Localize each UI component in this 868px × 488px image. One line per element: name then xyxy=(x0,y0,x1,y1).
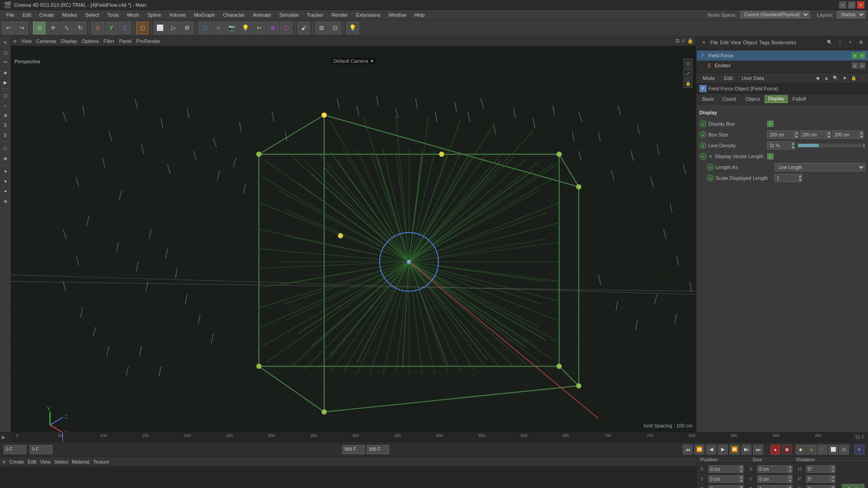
undo-button[interactable]: ↩ xyxy=(2,22,14,34)
attr-tab-object[interactable]: Object xyxy=(742,95,764,103)
bp-tab-view[interactable]: View xyxy=(40,459,51,465)
bpr-x-pos-down[interactable]: ▼ xyxy=(739,469,744,473)
rp-view[interactable]: View xyxy=(731,40,741,45)
bpr-h-rot[interactable] xyxy=(806,465,831,473)
lt-spline[interactable]: 〜 xyxy=(1,58,10,67)
vt-options[interactable]: Options xyxy=(82,38,99,44)
prop-box-z-down[interactable]: ▼ xyxy=(859,135,864,139)
field-button[interactable]: ⬡ xyxy=(280,22,292,34)
vt-display[interactable]: Display xyxy=(61,38,77,44)
lt-s2[interactable]: S xyxy=(1,131,10,140)
render-settings-button[interactable]: ⚙ xyxy=(181,22,193,34)
menu-create[interactable]: Create xyxy=(36,11,58,19)
bpr-h-down[interactable]: ▼ xyxy=(831,469,835,473)
bpr-p-up[interactable]: ▲ xyxy=(831,475,835,479)
camera-button[interactable]: 📷 xyxy=(226,22,238,34)
prop-line-density-down[interactable]: ▼ xyxy=(791,145,795,150)
obj-vis-bot-1[interactable]: ● xyxy=(859,52,865,59)
redo-button[interactable]: ↪ xyxy=(15,22,28,34)
lt-null[interactable]: ⊕ xyxy=(1,111,10,120)
attr-tab-falloff[interactable]: Falloff xyxy=(789,95,810,103)
bpr-y-pos-down[interactable]: ▼ xyxy=(739,479,744,483)
bpr-p-down[interactable]: ▼ xyxy=(831,479,835,483)
menu-character[interactable]: Character xyxy=(219,11,248,19)
menu-help[interactable]: Help xyxy=(410,11,428,19)
rotate-button[interactable]: ↻ xyxy=(74,22,86,34)
bp-tab-hamburger[interactable]: ≡ xyxy=(3,459,5,465)
rp-bookmarks[interactable]: Bookmarks xyxy=(771,40,796,45)
rp-edit[interactable]: Edit xyxy=(720,40,729,45)
transport-end-frame[interactable] xyxy=(342,445,365,454)
bpr-y-size-up[interactable]: ▲ xyxy=(788,475,793,479)
vt-filter[interactable]: Filter xyxy=(104,38,114,44)
lt-axis[interactable]: S xyxy=(1,121,10,130)
timeline-ruler[interactable]: 0 50 100 150 200 250 300 350 400 450 500… xyxy=(12,432,853,442)
lt-cube[interactable]: ◻ xyxy=(1,91,10,100)
prop-scale-down[interactable]: ▼ xyxy=(798,178,802,182)
vt-layout-icon[interactable]: ⊡ xyxy=(675,38,679,44)
bpr-z-pos-up[interactable]: ▲ xyxy=(739,485,744,488)
obj-vis-top-1[interactable]: ● xyxy=(852,52,858,59)
bpr-x-size-up[interactable]: ▲ xyxy=(788,465,793,469)
mode-tab-mode[interactable]: Mode xyxy=(698,74,719,82)
ti-last[interactable]: ≡ xyxy=(854,445,864,455)
lt-sphere[interactable]: ○ xyxy=(1,101,10,110)
lt-fx2[interactable]: ✦ xyxy=(1,177,10,186)
menu-edit[interactable]: Edit xyxy=(19,11,35,19)
attr-tab-basic[interactable]: Basic xyxy=(698,95,718,103)
prop-box-x-input[interactable] xyxy=(767,131,794,139)
menu-file[interactable]: File xyxy=(3,11,18,19)
menu-mograph[interactable]: MoGraph xyxy=(190,11,218,19)
move-button[interactable]: ✛ xyxy=(47,22,59,34)
prop-box-y-up[interactable]: ▲ xyxy=(827,131,831,135)
obj-field-force[interactable]: F Field Force ● ● xyxy=(697,51,868,61)
bpr-x-pos-up[interactable]: ▲ xyxy=(739,465,744,469)
menu-window[interactable]: Window xyxy=(385,11,410,19)
grid-button[interactable]: ⊞ xyxy=(315,22,328,34)
bpr-y-size-down[interactable]: ▼ xyxy=(788,479,793,483)
light-button[interactable]: 💡 xyxy=(239,22,252,34)
transport-step-back[interactable]: ⏪ xyxy=(694,445,704,455)
rp-object-menu[interactable]: Object xyxy=(743,40,757,45)
bpr-z-pos[interactable] xyxy=(708,485,739,488)
menu-simulate[interactable]: Simulate xyxy=(276,11,302,19)
lt-sym[interactable]: ⊛ xyxy=(1,197,10,206)
rp-settings[interactable]: ⚙ xyxy=(856,38,865,47)
mode-nav-back[interactable]: ◀ xyxy=(814,75,821,82)
transport-auto-keyframe[interactable]: ◉ xyxy=(782,445,792,455)
transport-goto-end[interactable]: ⏭ xyxy=(753,445,763,455)
attr-tab-display[interactable]: Display xyxy=(764,95,788,103)
prop-line-density-input[interactable] xyxy=(767,141,790,150)
obj-vis-bot-2[interactable]: ● xyxy=(859,62,865,69)
bpr-y-pos[interactable] xyxy=(708,475,739,483)
transport-play-reverse[interactable]: ⏩ xyxy=(730,445,740,455)
prop-display-box-checkbox[interactable] xyxy=(767,121,774,127)
lt-field[interactable]: ⬡ xyxy=(1,144,10,153)
menu-modes[interactable]: Modes xyxy=(59,11,81,19)
lt-sculpt[interactable]: ◈ xyxy=(1,68,10,77)
menu-animate[interactable]: Animate xyxy=(249,11,274,19)
menu-tools[interactable]: Tools xyxy=(104,11,123,19)
menu-tracker[interactable]: Tracker xyxy=(303,11,327,19)
mode-nav-star[interactable]: ★ xyxy=(841,75,848,82)
viewport-3d-canvas[interactable]: Z X Y xyxy=(11,46,696,432)
menu-spline[interactable]: Spline xyxy=(144,11,165,19)
ti-settings[interactable]: ⊡ xyxy=(839,445,849,455)
bpr-x-pos[interactable] xyxy=(708,465,739,473)
bp-tab-edit[interactable]: Edit xyxy=(28,459,36,465)
rp-hamburger[interactable]: ≡ xyxy=(699,38,708,47)
prop-box-x-up[interactable]: ▲ xyxy=(794,131,799,135)
minimize-button[interactable]: ─ xyxy=(839,1,846,9)
bpr-z-size[interactable] xyxy=(757,485,788,488)
vt-view[interactable]: View xyxy=(21,38,32,44)
scale-button[interactable]: ⤡ xyxy=(60,22,73,34)
prop-display-vector-checkbox[interactable] xyxy=(767,153,774,160)
bpr-b-up[interactable]: ▲ xyxy=(831,485,835,488)
transport-next-frame[interactable]: ▶| xyxy=(741,445,751,455)
bpr-y-size[interactable] xyxy=(757,475,788,483)
mode-nav-search[interactable]: 🔍 xyxy=(832,75,839,82)
vt-lock[interactable]: 🔒 xyxy=(687,38,693,44)
ti-motion[interactable]: ◈ xyxy=(807,445,816,455)
prop-box-x-down[interactable]: ▼ xyxy=(794,135,799,139)
render-view-button[interactable]: ▷ xyxy=(167,22,180,34)
